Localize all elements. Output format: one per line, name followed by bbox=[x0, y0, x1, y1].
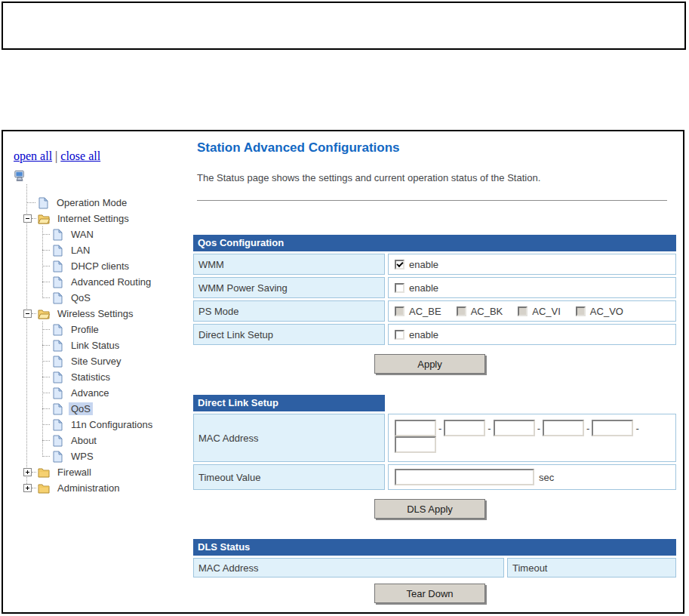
page-icon bbox=[51, 403, 64, 415]
sidebar-item-advance[interactable]: Advance bbox=[42, 385, 191, 401]
sidebar-item-wps[interactable]: WPS bbox=[42, 448, 191, 464]
qos-configuration-table: Qos Configuration WMM enable WMM Power S… bbox=[193, 235, 676, 345]
tree-connector bbox=[26, 202, 35, 203]
mac-address-label: MAC Address bbox=[193, 414, 385, 462]
direct-link-setup-checkbox[interactable] bbox=[395, 330, 404, 340]
timeout-value-label: Timeout Value bbox=[193, 464, 385, 490]
sidebar-item-site-survey[interactable]: Site Survey bbox=[42, 353, 191, 369]
tree-links: open all|close all bbox=[14, 149, 191, 163]
mac-separator: - bbox=[438, 423, 441, 434]
mac-separator: - bbox=[537, 423, 540, 434]
ac-bk-checkbox[interactable] bbox=[457, 306, 466, 316]
mac-octet-input-2[interactable] bbox=[444, 420, 485, 436]
tree-spine bbox=[26, 184, 27, 488]
tree-spine bbox=[42, 322, 43, 457]
link-separator: | bbox=[55, 149, 57, 162]
sidebar-item-statistics[interactable]: Statistics bbox=[42, 369, 191, 385]
sidebar-item-operation-mode[interactable]: Operation Mode bbox=[26, 195, 191, 211]
main-panel: open all|close all Operation Mode Intern… bbox=[2, 130, 684, 614]
page-icon bbox=[51, 387, 64, 399]
sidebar-item-lan[interactable]: LAN bbox=[42, 242, 191, 258]
close-all-link[interactable]: close all bbox=[60, 149, 100, 162]
qos-table-header: Qos Configuration bbox=[193, 235, 676, 251]
tree-connector bbox=[42, 408, 50, 409]
tree-connector bbox=[32, 313, 36, 314]
page-icon bbox=[51, 276, 64, 288]
sidebar-item-wireless-settings[interactable]: Wireless Settings bbox=[23, 306, 191, 322]
sidebar-item-profile[interactable]: Profile bbox=[42, 322, 191, 337]
page-icon bbox=[51, 419, 64, 431]
sidebar-item-wan[interactable]: WAN bbox=[42, 226, 191, 242]
sidebar-item-about[interactable]: About bbox=[42, 433, 191, 448]
open-all-link[interactable]: open all bbox=[14, 149, 52, 162]
tree-connector bbox=[42, 266, 50, 266]
mac-octet-input-4[interactable] bbox=[543, 420, 584, 436]
page-icon bbox=[51, 324, 64, 336]
apply-button[interactable]: Apply bbox=[374, 354, 485, 374]
checkbox-label: enable bbox=[409, 259, 438, 270]
folder-closed-icon bbox=[38, 482, 51, 494]
wmm-value-cell: enable bbox=[388, 254, 676, 275]
sidebar-item-11n-configurations[interactable]: 11n Configurations bbox=[42, 417, 191, 433]
sidebar-item-advanced-routing[interactable]: Advanced Routing bbox=[42, 274, 191, 290]
status-mac-address-column: MAC Address bbox=[193, 558, 504, 578]
top-banner-box bbox=[2, 2, 686, 50]
tree-connector bbox=[32, 472, 36, 473]
collapse-toggle-icon[interactable] bbox=[23, 310, 32, 318]
ac-be-group: AC_BE bbox=[395, 306, 441, 317]
mac-separator: - bbox=[488, 423, 491, 434]
page-icon bbox=[51, 435, 64, 447]
tree-connector bbox=[32, 488, 36, 488]
mac-separator: - bbox=[635, 423, 638, 434]
tree-connector bbox=[42, 424, 50, 425]
timeout-value-cell: sec bbox=[388, 464, 676, 490]
mac-separator: - bbox=[586, 423, 589, 434]
ac-vi-checkbox[interactable] bbox=[518, 306, 528, 316]
expand-toggle-icon[interactable] bbox=[23, 468, 32, 476]
timeout-unit-label: sec bbox=[539, 472, 554, 483]
tear-down-button[interactable]: Tear Down bbox=[374, 584, 485, 603]
wmm-power-saving-label: WMM Power Saving bbox=[193, 277, 385, 298]
mac-octet-input-1[interactable] bbox=[395, 420, 436, 436]
table-row: WMM Power Saving enable bbox=[193, 277, 676, 298]
dls-apply-button[interactable]: DLS Apply bbox=[374, 499, 485, 519]
ac-be-checkbox[interactable] bbox=[395, 306, 404, 316]
sidebar-item-firewall[interactable]: Firewall bbox=[23, 464, 191, 480]
mac-octet-input-3[interactable] bbox=[494, 420, 535, 436]
page-icon bbox=[51, 340, 64, 352]
main-content: Station Advanced Configurations The Stat… bbox=[191, 131, 685, 612]
ac-vo-group: AC_VO bbox=[576, 306, 623, 317]
wmm-enable-checkbox[interactable] bbox=[395, 260, 404, 270]
timeout-value-input[interactable] bbox=[395, 469, 534, 485]
folder-closed-icon bbox=[38, 467, 51, 479]
page-icon bbox=[51, 260, 64, 273]
collapse-toggle-icon[interactable] bbox=[23, 214, 32, 223]
tree-connector bbox=[42, 234, 50, 235]
direct-link-setup-table: Direct Link Setup MAC Address - - - - - bbox=[193, 395, 676, 490]
wmm-power-saving-checkbox[interactable] bbox=[395, 283, 404, 293]
sidebar-item-qos-wireless[interactable]: QoS bbox=[42, 401, 191, 417]
table-row: Timeout Value sec bbox=[193, 464, 676, 490]
computer-icon bbox=[14, 169, 26, 181]
ac-vo-checkbox[interactable] bbox=[576, 306, 586, 316]
page-title: Station Advanced Configurations bbox=[197, 140, 676, 156]
sidebar-item-administration[interactable]: Administration bbox=[23, 480, 191, 496]
ac-bk-group: AC_BK bbox=[457, 306, 503, 317]
sidebar-item-dhcp-clients[interactable]: DHCP clients bbox=[42, 258, 191, 274]
expand-toggle-icon[interactable] bbox=[23, 484, 32, 492]
ps-mode-value-cell: AC_BE AC_BK AC_VI AC_VO bbox=[388, 300, 676, 322]
page-icon bbox=[37, 197, 50, 209]
wmm-label: WMM bbox=[193, 254, 385, 275]
folder-open-icon bbox=[38, 213, 51, 225]
tree-connector bbox=[42, 377, 50, 377]
sidebar-item-qos-internet[interactable]: QoS bbox=[42, 290, 191, 306]
tree-connector bbox=[32, 218, 36, 219]
sidebar-item-link-status[interactable]: Link Status bbox=[42, 337, 191, 353]
page-icon bbox=[51, 451, 64, 463]
mac-octet-input-6[interactable] bbox=[395, 436, 436, 453]
table-row: MAC Address - - - - - bbox=[193, 414, 676, 462]
sidebar-item-internet-settings[interactable]: Internet Settings bbox=[23, 211, 191, 226]
mac-octet-input-5[interactable] bbox=[592, 420, 633, 436]
page-icon bbox=[51, 229, 64, 241]
tree-connector bbox=[42, 297, 50, 298]
